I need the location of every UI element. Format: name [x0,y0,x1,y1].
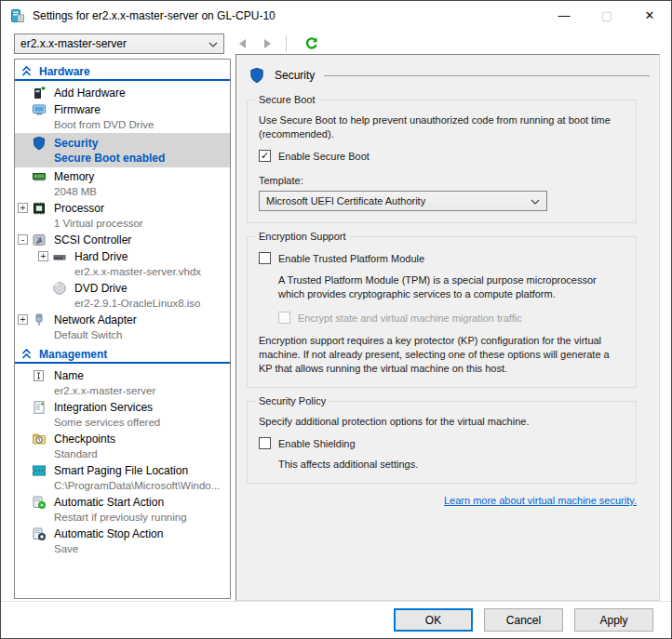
refresh-icon[interactable] [303,35,320,52]
memory-icon [32,169,47,184]
sidebar-item-dvd-drive[interactable]: DVD Drive er2-2.9.1-OracleLinux8.iso [15,280,230,311]
panel-title: Security [275,69,315,82]
item-label: Network Adapter [54,313,137,326]
vm-selector-dropdown[interactable]: er2.x.x-master-server [14,33,224,54]
sidebar-section-hardware[interactable]: Hardware [15,63,230,81]
item-sub-label: er2.x.x-master-server.vhdx [15,264,230,279]
item-sub-label: Default Switch [15,327,230,342]
item-sub-label: Standard [15,446,230,461]
expander-slot: + [38,251,52,261]
encryption-support-group: Encryption Support Enable Trusted Platfo… [247,236,637,388]
item-sub-label: er2.x.x-master-server [15,383,230,398]
item-label: Name [54,369,84,382]
item-label: Hard Drive [74,250,128,263]
collapse-minus-icon[interactable]: - [18,234,28,245]
item-label: Automatic Stop Action [54,527,163,540]
network-adapter-icon [32,313,47,327]
item-label: DVD Drive [74,282,128,295]
kp-note: Encryption support requires a key protec… [259,334,625,376]
footer: OK Cancel Apply [1,601,671,639]
item-label: Firmware [54,103,101,116]
enable-shielding-checkbox[interactable] [259,437,271,449]
template-label: Template: [259,175,625,186]
checkbox-label: Encrypt state and virtual machine migrat… [298,313,522,324]
link-row: Learn more about virtual machine securit… [247,495,637,506]
item-sub-label: er2-2.9.1-OracleLinux8.iso [15,296,230,311]
learn-more-link[interactable]: Learn more about virtual machine securit… [444,495,637,506]
enable-secure-boot-checkbox[interactable] [259,150,271,162]
integration-services-icon [32,400,47,415]
enable-tpm-row: Enable Trusted Platform Module [259,252,625,264]
back-button[interactable] [234,35,250,52]
sidebar-item-name[interactable]: Name er2.x.x-master-server [15,367,230,398]
sidebar-item-firmware[interactable]: Firmware Boot from DVD Drive [15,101,230,132]
firmware-icon [32,102,47,117]
tpm-description: A Trusted Platform Module (TPM) is a spe… [278,273,625,301]
maximize-button[interactable]: ▢ [585,1,628,30]
sidebar-section-management[interactable]: Management [15,346,230,364]
item-label: Smart Paging File Location [54,464,188,477]
item-sub-label: Save [15,541,230,556]
encrypt-state-row: Encrypt state and virtual machine migrat… [278,312,625,324]
expand-plus-icon[interactable]: + [18,203,28,213]
shielding-note: This affects additional settings. [278,458,625,472]
group-label: Security Policy [255,395,329,406]
item-sub-label: 1 Virtual processor [15,216,230,231]
sidebar-item-memory[interactable]: Memory 2048 MB [15,168,230,199]
sidebar-item-checkpoints[interactable]: Checkpoints Standard [15,431,230,461]
sidebar-item-network-adapter[interactable]: + Network Adapter Default Switch [15,312,230,342]
checkbox-label: Enable Secure Boot [278,151,370,162]
enable-tpm-checkbox[interactable] [259,252,271,264]
encrypt-state-checkbox [278,312,290,324]
sidebar-item-auto-stop[interactable]: Automatic Stop Action Save [15,526,230,556]
expander-slot: - [18,234,32,245]
expander-slot: + [18,203,32,213]
close-button[interactable]: ✕ [628,1,671,30]
security-policy-group: Security Policy Specify additional prote… [247,401,637,484]
header-rule [324,75,650,76]
enable-shielding-row: Enable Shielding [259,437,625,449]
item-label: Processor [54,202,104,215]
secure-boot-description: Use Secure Boot to help prevent unauthor… [259,113,625,141]
apply-button[interactable]: Apply [574,608,653,632]
expand-plus-icon[interactable]: + [18,314,28,325]
expand-plus-icon[interactable]: + [38,251,48,261]
item-label: Memory [54,170,94,183]
panel-header: Security [249,64,650,87]
smart-paging-icon [32,463,47,478]
hard-drive-icon [52,249,67,264]
section-label: Hardware [39,65,90,78]
cancel-button[interactable]: Cancel [484,608,563,632]
sidebar-item-scsi-controller[interactable]: - SCSI Controller [15,232,230,247]
dvd-drive-icon [52,281,67,296]
item-label: SCSI Controller [54,233,131,246]
group-label: Encryption Support [255,231,350,242]
forward-button[interactable] [260,35,276,52]
sidebar-item-processor[interactable]: + Processor 1 Virtual processor [15,200,230,231]
item-label: Automatic Start Action [54,496,164,509]
shield-icon [249,67,265,84]
window-controls: — ▢ ✕ [543,1,671,30]
sidebar-item-smart-paging[interactable]: Smart Paging File Location C:\ProgramDat… [15,462,230,493]
enable-secure-boot-row: Enable Secure Boot [259,150,625,162]
security-settings-panel: Security Secure Boot Use Secure Boot to … [235,54,660,601]
shield-icon [32,136,47,151]
title-bar: Settings for er2.x.x-master-server on GL… [1,1,671,30]
sidebar-item-hard-drive[interactable]: + Hard Drive er2.x.x-master-server.vhdx [15,248,230,279]
minimize-button[interactable]: — [543,1,585,30]
template-dropdown[interactable]: Microsoft UEFI Certificate Authority [259,191,547,211]
item-sub-label: Restart if previously running [15,510,230,525]
ok-button[interactable]: OK [394,608,473,632]
item-label: Checkpoints [54,433,115,446]
sidebar-item-auto-start[interactable]: Automatic Start Action Restart if previo… [15,494,230,525]
sidebar-item-security[interactable]: Security Secure Boot enabled [15,133,230,167]
checkbox-label: Enable Trusted Platform Module [278,253,424,264]
checkpoints-icon [32,432,47,446]
add-hardware-icon [32,86,47,100]
secure-boot-group: Secure Boot Use Secure Boot to help prev… [247,100,637,223]
scsi-controller-icon [32,233,47,247]
name-icon [32,368,47,383]
item-sub-label: Some services offered [15,415,230,430]
sidebar-item-add-hardware[interactable]: Add Hardware [15,85,230,100]
sidebar-item-integration-services[interactable]: Integration Services Some services offer… [15,399,230,430]
